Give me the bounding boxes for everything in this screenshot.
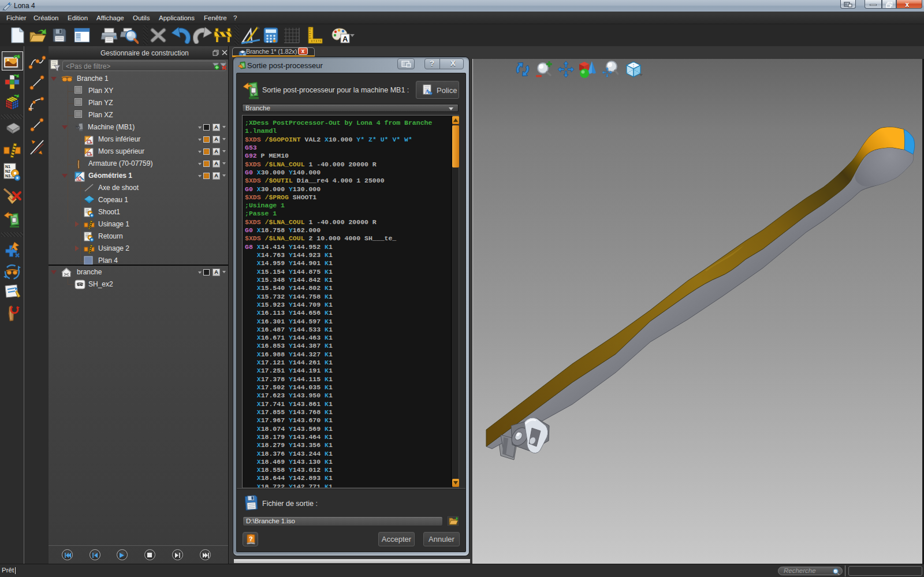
svg-text:N1: N1 xyxy=(5,165,10,169)
svg-text:A: A xyxy=(342,35,348,43)
svg-text:N2: N2 xyxy=(5,169,10,173)
